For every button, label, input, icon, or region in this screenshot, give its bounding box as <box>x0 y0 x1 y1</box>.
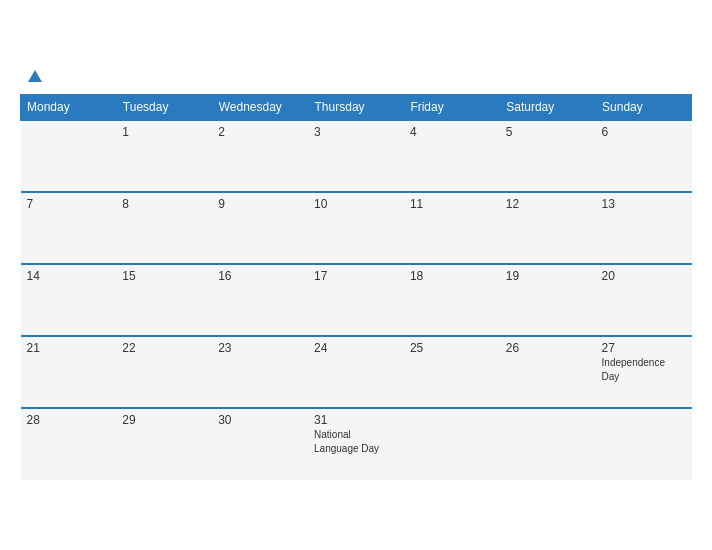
day-number: 18 <box>410 269 494 283</box>
week-row-1: 123456 <box>21 120 692 192</box>
day-number: 6 <box>602 125 686 139</box>
calendar-cell: 27Independence Day <box>596 336 692 408</box>
calendar-cell: 22 <box>116 336 212 408</box>
weekday-header-wednesday: Wednesday <box>212 95 308 121</box>
day-number: 24 <box>314 341 398 355</box>
day-number: 12 <box>506 197 590 211</box>
calendar-cell: 21 <box>21 336 117 408</box>
calendar-grid: MondayTuesdayWednesdayThursdayFridaySatu… <box>20 94 692 480</box>
calendar-cell: 2 <box>212 120 308 192</box>
week-row-2: 78910111213 <box>21 192 692 264</box>
calendar-cell: 25 <box>404 336 500 408</box>
logo-triangle-icon <box>28 70 42 82</box>
day-number: 1 <box>122 125 206 139</box>
day-number: 25 <box>410 341 494 355</box>
day-number: 22 <box>122 341 206 355</box>
calendar-cell: 23 <box>212 336 308 408</box>
day-number: 27 <box>602 341 686 355</box>
day-number: 3 <box>314 125 398 139</box>
calendar-cell: 11 <box>404 192 500 264</box>
day-number: 16 <box>218 269 302 283</box>
holiday-name: Independence Day <box>602 357 665 382</box>
day-number: 13 <box>602 197 686 211</box>
day-number: 29 <box>122 413 206 427</box>
calendar-cell <box>500 408 596 480</box>
day-number: 7 <box>27 197 111 211</box>
day-number: 21 <box>27 341 111 355</box>
day-number: 17 <box>314 269 398 283</box>
calendar-cell: 28 <box>21 408 117 480</box>
weekday-header-tuesday: Tuesday <box>116 95 212 121</box>
weekday-header-monday: Monday <box>21 95 117 121</box>
calendar-cell <box>596 408 692 480</box>
calendar-cell: 3 <box>308 120 404 192</box>
calendar-cell <box>21 120 117 192</box>
week-row-4: 21222324252627Independence Day <box>21 336 692 408</box>
calendar-cell: 26 <box>500 336 596 408</box>
day-number: 8 <box>122 197 206 211</box>
day-number: 15 <box>122 269 206 283</box>
day-number: 19 <box>506 269 590 283</box>
day-number: 28 <box>27 413 111 427</box>
day-number: 31 <box>314 413 398 427</box>
weekday-header-sunday: Sunday <box>596 95 692 121</box>
calendar-cell: 29 <box>116 408 212 480</box>
calendar-cell: 19 <box>500 264 596 336</box>
calendar-cell: 5 <box>500 120 596 192</box>
weekday-header-saturday: Saturday <box>500 95 596 121</box>
day-number: 30 <box>218 413 302 427</box>
calendar-cell: 24 <box>308 336 404 408</box>
day-number: 9 <box>218 197 302 211</box>
day-number: 4 <box>410 125 494 139</box>
day-number: 14 <box>27 269 111 283</box>
calendar-cell: 7 <box>21 192 117 264</box>
calendar-cell: 14 <box>21 264 117 336</box>
logo <box>24 70 42 82</box>
weekday-header-row: MondayTuesdayWednesdayThursdayFridaySatu… <box>21 95 692 121</box>
calendar-cell: 16 <box>212 264 308 336</box>
calendar-container: MondayTuesdayWednesdayThursdayFridaySatu… <box>10 60 702 490</box>
calendar-cell: 6 <box>596 120 692 192</box>
day-number: 23 <box>218 341 302 355</box>
calendar-cell: 15 <box>116 264 212 336</box>
calendar-cell: 17 <box>308 264 404 336</box>
calendar-cell: 4 <box>404 120 500 192</box>
calendar-cell: 10 <box>308 192 404 264</box>
calendar-cell <box>404 408 500 480</box>
calendar-cell: 31National Language Day <box>308 408 404 480</box>
day-number: 10 <box>314 197 398 211</box>
day-number: 26 <box>506 341 590 355</box>
weekday-header-thursday: Thursday <box>308 95 404 121</box>
day-number: 5 <box>506 125 590 139</box>
day-number: 11 <box>410 197 494 211</box>
week-row-5: 28293031National Language Day <box>21 408 692 480</box>
holiday-name: National Language Day <box>314 429 379 454</box>
calendar-cell: 9 <box>212 192 308 264</box>
calendar-cell: 18 <box>404 264 500 336</box>
week-row-3: 14151617181920 <box>21 264 692 336</box>
calendar-cell: 13 <box>596 192 692 264</box>
calendar-cell: 12 <box>500 192 596 264</box>
calendar-header <box>20 70 692 82</box>
weekday-header-friday: Friday <box>404 95 500 121</box>
calendar-cell: 20 <box>596 264 692 336</box>
calendar-cell: 30 <box>212 408 308 480</box>
calendar-cell: 8 <box>116 192 212 264</box>
day-number: 2 <box>218 125 302 139</box>
calendar-cell: 1 <box>116 120 212 192</box>
day-number: 20 <box>602 269 686 283</box>
